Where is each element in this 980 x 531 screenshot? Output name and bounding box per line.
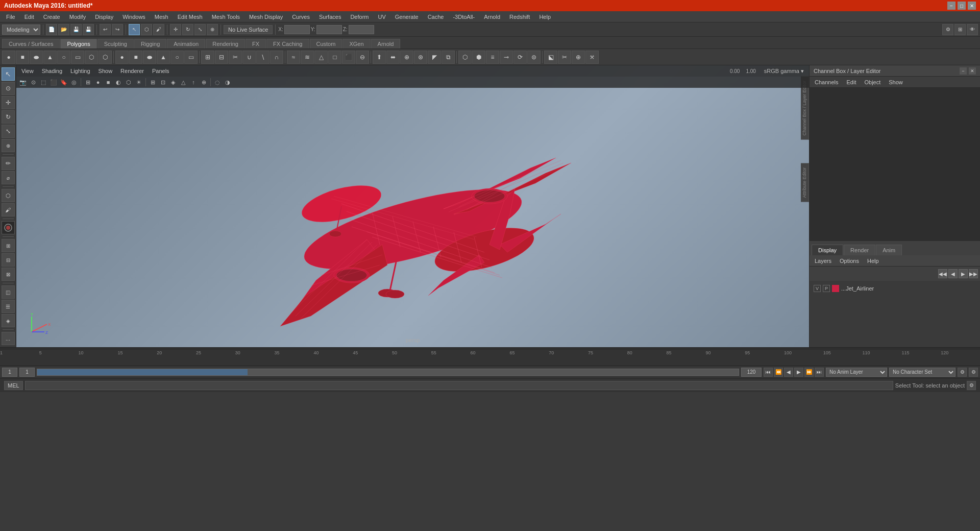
workspace-select[interactable]: Modeling (2, 25, 40, 35)
tab-curves---surfaces[interactable]: Curves / Surfaces (2, 39, 60, 49)
hypergraph-btn[interactable]: ◫ (2, 285, 15, 299)
triangulate-btn[interactable]: △ (314, 51, 328, 64)
extrude-btn[interactable]: ⬆ (373, 51, 386, 64)
menu-item-display[interactable]: Display (91, 13, 117, 21)
lasso-btn[interactable]: ⬡ (141, 24, 152, 35)
duplicate-btn[interactable]: ⧉ (442, 51, 455, 64)
menu-item-mesh[interactable]: Mesh (151, 13, 173, 21)
uv-relax-btn[interactable]: ⤧ (585, 51, 599, 64)
menu-item-uv[interactable]: UV (374, 13, 389, 21)
menu-item-modify[interactable]: Modify (65, 13, 90, 21)
step-back-btn[interactable]: ⏪ (774, 368, 783, 377)
view-btn[interactable]: 👁 (967, 24, 978, 35)
poke-btn[interactable]: ⊛ (414, 51, 427, 64)
layer-prev-btn[interactable]: ◀◀ (938, 269, 947, 278)
menu-item-mesh-display[interactable]: Mesh Display (245, 13, 287, 21)
play-fwd-btn[interactable]: ▶ (794, 368, 803, 377)
vp-snap-btn[interactable]: ◎ (69, 78, 79, 87)
tab-fx[interactable]: FX (246, 39, 266, 49)
loop-btn[interactable]: ⟳ (513, 51, 527, 64)
torus-icon-btn[interactable]: ○ (57, 51, 70, 64)
tab-rigging[interactable]: Rigging (134, 39, 166, 49)
tab-rendering[interactable]: Rendering (206, 39, 245, 49)
vp-shaded-btn[interactable]: ◐ (114, 78, 123, 87)
z-field[interactable] (349, 25, 374, 34)
menu-item---dtoall-[interactable]: -3DtoAll- (449, 13, 479, 21)
bool-int-btn[interactable]: ∩ (270, 51, 283, 64)
move-btn[interactable]: ✛ (170, 24, 181, 35)
platonic-icon-btn[interactable]: ⬡ (99, 51, 112, 64)
y-field[interactable] (316, 25, 342, 34)
cb-object-menu[interactable]: Object (861, 78, 884, 86)
soft-sel-btn[interactable]: ⌀ (2, 171, 15, 184)
wedge-btn[interactable]: ◤ (428, 51, 441, 64)
vp-wire-btn[interactable]: ⊞ (83, 78, 92, 87)
transform-btn[interactable]: ⊕ (207, 24, 218, 35)
scale-btn[interactable]: ⤡ (194, 24, 206, 35)
layers-help-menu[interactable]: Help (864, 257, 882, 265)
save-as-btn[interactable]: 💾 (83, 24, 94, 35)
status-options-btn[interactable]: ⚙ (967, 381, 976, 390)
channel-box-tab[interactable]: Attribute Editor (801, 163, 809, 202)
menu-item-redshift[interactable]: Redshift (505, 13, 534, 21)
live-surface-btn[interactable]: No Live Surface (224, 25, 273, 34)
bevel-btn[interactable]: ⬡ (458, 51, 472, 64)
nurbs-torus-btn[interactable]: ○ (170, 51, 184, 64)
layer-last-btn[interactable]: ▶▶ (969, 269, 978, 278)
scale-tool-btn[interactable]: ⤡ (2, 125, 15, 138)
tab-sculpting[interactable]: Sculpting (97, 39, 134, 49)
nurbs-cube-btn[interactable]: ■ (129, 51, 142, 64)
tab-display[interactable]: Display (812, 245, 843, 255)
vp-xray-btn[interactable]: ◌ (213, 78, 222, 87)
sculpt-btn[interactable]: ✏ (2, 157, 15, 170)
vp-flat-btn[interactable]: ■ (104, 78, 113, 87)
reduce-btn[interactable]: ⊖ (356, 51, 369, 64)
character-set-select[interactable]: No Character Set (889, 368, 955, 377)
tab-arnold[interactable]: Arnold (371, 39, 401, 49)
vp-texture-btn[interactable]: ⬡ (124, 78, 133, 87)
nurbs-cone-btn[interactable]: ▲ (157, 51, 170, 64)
select-tool-btn[interactable]: ↖ (2, 67, 15, 81)
vp-norm-btn[interactable]: ↑ (189, 78, 198, 87)
chamfer-btn[interactable]: ⬢ (472, 51, 485, 64)
smooth-btn[interactable]: ≈ (287, 51, 300, 64)
script-input[interactable] (25, 381, 893, 390)
menu-item-create[interactable]: Create (39, 13, 64, 21)
vp-backface-btn[interactable]: ◑ (223, 78, 232, 87)
new-file-btn[interactable]: 📄 (46, 24, 57, 35)
tab-anim[interactable]: Anim (876, 245, 902, 255)
extract-btn[interactable]: ✂ (229, 51, 242, 64)
offset-btn[interactable]: ⊜ (527, 51, 541, 64)
cb-show-menu[interactable]: Show (886, 78, 906, 86)
menu-item-edit-mesh[interactable]: Edit Mesh (174, 13, 207, 21)
vp-obj-btn[interactable]: ◈ (168, 78, 178, 87)
script-language-btn[interactable]: MEL (4, 381, 23, 390)
sphere-icon-btn[interactable]: ● (2, 51, 15, 64)
tab-render[interactable]: Render (844, 245, 875, 255)
nurbs-cyl-btn[interactable]: ⬬ (143, 51, 156, 64)
menu-item-deform[interactable]: Deform (346, 13, 373, 21)
uv-unfold-btn[interactable]: ⬕ (544, 51, 557, 64)
menu-item-windows[interactable]: Windows (118, 13, 150, 21)
paint-select-btn[interactable]: 🖌 (153, 24, 164, 35)
tab-polygons[interactable]: Polygons (60, 39, 96, 49)
vp-smooth-btn[interactable]: ● (93, 78, 103, 87)
close-button[interactable]: ✕ (968, 2, 976, 10)
settings-btn[interactable]: ⚙ (942, 24, 953, 35)
cb-channels-menu[interactable]: Channels (812, 78, 841, 86)
vp-gamma-btn[interactable]: sRGB gamma ▾ (762, 66, 806, 76)
layer-back-btn[interactable]: ◀ (948, 269, 958, 278)
paint-sel-btn[interactable]: ⊙ (2, 82, 15, 95)
average-btn[interactable]: ≋ (301, 51, 314, 64)
vp-hud-btn[interactable]: ⊡ (158, 78, 167, 87)
save-file-btn[interactable]: 💾 (70, 24, 82, 35)
lasso-sel-btn[interactable]: ⬡ (2, 189, 15, 202)
rotate-btn[interactable]: ↻ (182, 24, 193, 35)
maximize-button[interactable]: □ (958, 2, 966, 10)
layer-v-toggle[interactable]: V (814, 285, 821, 292)
bool-union-btn[interactable]: ∪ (242, 51, 256, 64)
frame-start-input[interactable] (2, 368, 17, 377)
tab-custom[interactable]: Custom (310, 39, 342, 49)
disp-layer-btn[interactable]: ⊞ (2, 239, 15, 252)
vp-shading-menu[interactable]: Shading (40, 67, 64, 75)
